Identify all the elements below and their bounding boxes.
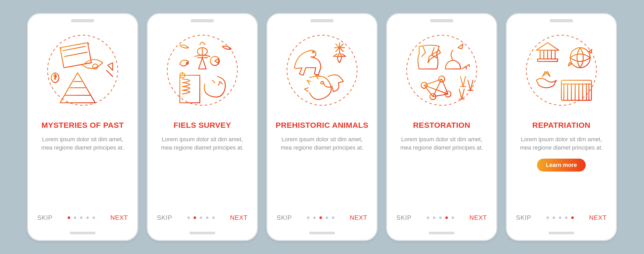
next-button[interactable]: NEXT (230, 214, 248, 221)
svg-text:?: ? (54, 74, 57, 80)
next-button[interactable]: NEXT (350, 214, 367, 221)
dot-5[interactable] (452, 216, 454, 219)
skip-button[interactable]: SKIP (396, 214, 412, 221)
dot-2[interactable] (313, 216, 316, 219)
page-title: Fiels survey (174, 121, 231, 130)
home-indicator (309, 232, 335, 234)
phone-speaker (191, 19, 214, 22)
skip-button[interactable]: SKIP (37, 214, 53, 221)
dot-1[interactable] (546, 216, 549, 219)
next-button[interactable]: NEXT (469, 214, 487, 221)
learn-more-button[interactable]: Learn more (537, 159, 586, 172)
dot-1[interactable] (68, 216, 70, 219)
onboarding-card-2: Fiels survey Lorem ipsum dolor sit dim a… (147, 13, 258, 241)
onboarding-card-4: Restoration Lorem ipsum dolor sit dim am… (386, 13, 497, 241)
dot-4[interactable] (86, 216, 89, 219)
svg-point-2 (167, 35, 238, 105)
dot-2[interactable] (553, 216, 555, 219)
dot-4[interactable] (206, 216, 209, 219)
page-title: Restoration (413, 121, 470, 130)
next-button[interactable]: NEXT (110, 214, 128, 221)
page-title: Prehistoric animals (276, 121, 368, 130)
page-description: Lorem ipsum dolor sit dim amet, mea regi… (161, 135, 244, 152)
skip-button[interactable]: SKIP (157, 214, 172, 221)
dot-4[interactable] (565, 216, 568, 219)
home-indicator (70, 232, 96, 234)
dot-3[interactable] (319, 216, 322, 219)
repatriation-icon (524, 33, 599, 108)
prehistoric-icon (284, 33, 360, 108)
dot-1[interactable] (187, 216, 190, 219)
dot-5[interactable] (332, 216, 334, 219)
page-description: Lorem ipsum dolor sit dim amet, mea regi… (41, 135, 124, 152)
onboarding-card-5: Repatriation Lorem ipsum dolor sit dim a… (506, 13, 617, 241)
dot-4[interactable] (326, 216, 328, 219)
svg-point-10 (570, 48, 590, 68)
onboarding-footer: SKIP NEXT (157, 214, 248, 221)
page-title: Repatriation (532, 121, 590, 130)
onboarding-card-3: Prehistoric animals Lorem ipsum dolor si… (266, 13, 378, 241)
onboarding-footer: SKIP NEXT (396, 214, 487, 221)
dot-5[interactable] (92, 216, 95, 219)
page-indicator (546, 216, 574, 219)
dot-2[interactable] (74, 216, 76, 219)
phone-speaker (71, 19, 94, 22)
home-indicator (189, 232, 215, 234)
page-indicator (187, 216, 215, 219)
page-indicator (68, 216, 95, 219)
page-description: Lorem ipsum dolor sit dim amet, mea regi… (281, 135, 363, 152)
phone-speaker (310, 19, 334, 22)
restoration-icon (404, 33, 479, 108)
dot-5[interactable] (571, 216, 574, 219)
page-indicator (307, 216, 334, 219)
home-indicator (429, 232, 455, 234)
home-indicator (548, 232, 574, 234)
dot-5[interactable] (212, 216, 215, 219)
phone-speaker (430, 19, 453, 22)
dot-1[interactable] (427, 216, 429, 219)
dot-3[interactable] (80, 216, 83, 219)
page-indicator (427, 216, 454, 219)
survey-icon (165, 33, 240, 108)
onboarding-card-1: ? Mysteries of past Lorem ipsum dolor si… (27, 13, 138, 241)
svg-rect-11 (561, 80, 591, 100)
page-description: Lorem ipsum dolor sit dim amet, mea regi… (520, 135, 603, 152)
dot-2[interactable] (433, 216, 435, 219)
svg-point-0 (48, 35, 118, 105)
dot-3[interactable] (200, 216, 202, 219)
dot-1[interactable] (307, 216, 310, 219)
mysteries-icon: ? (45, 33, 120, 108)
next-button[interactable]: NEXT (589, 214, 607, 221)
dot-4[interactable] (445, 216, 448, 219)
dot-3[interactable] (439, 216, 442, 219)
skip-button[interactable]: SKIP (277, 214, 292, 221)
dot-3[interactable] (559, 216, 561, 219)
onboarding-footer: SKIP NEXT (277, 214, 367, 221)
dot-2[interactable] (194, 216, 196, 219)
page-description: Lorem ipsum dolor sit dim amet, mea regi… (400, 135, 483, 152)
onboarding-footer: SKIP NEXT (516, 214, 607, 221)
onboarding-footer: SKIP NEXT (37, 214, 128, 221)
skip-button[interactable]: SKIP (516, 214, 531, 221)
svg-point-3 (287, 35, 357, 105)
phone-speaker (550, 19, 573, 22)
page-title: Mysteries of past (41, 121, 124, 130)
